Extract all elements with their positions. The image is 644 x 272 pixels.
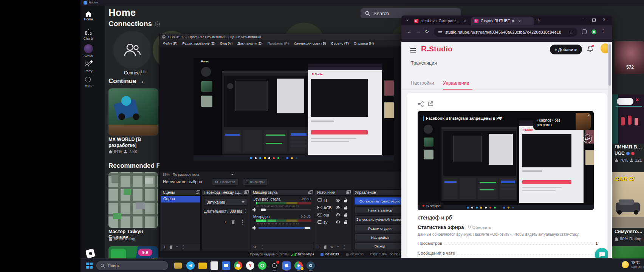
- virtual-camera-button[interactable]: Запуск виртуальной камеры: [355, 215, 405, 223]
- game-card-mx-thumbnail[interactable]: [108, 88, 158, 136]
- connect-button[interactable]: [113, 31, 151, 69]
- nav-charts-label[interactable]: Charts: [80, 37, 101, 40]
- mixer-ch2-volume-slider[interactable]: [259, 227, 311, 229]
- filters-button[interactable]: Фильтры: [243, 178, 267, 185]
- rstudio-logo[interactable]: R Studio: [421, 44, 452, 56]
- profile-photo-card[interactable]: 572: [615, 41, 644, 74]
- address-bar[interactable]: studio.rutube.ru/stream/a8345648a623cfba…: [434, 28, 577, 37]
- party-icon[interactable]: [85, 62, 91, 67]
- gear-icon[interactable]: ⚙: [330, 245, 334, 249]
- taskbar-icon-obs[interactable]: [270, 261, 279, 270]
- charts-icon[interactable]: [85, 29, 91, 35]
- bookmark-star-icon[interactable]: ☆: [569, 30, 573, 35]
- transition-select[interactable]: Затухание: [204, 199, 247, 206]
- taskbar-icon-folder[interactable]: [198, 263, 207, 269]
- window-close-icon[interactable]: ×: [603, 17, 605, 22]
- game-title[interactable]: MX WORLD [В разработке]: [108, 137, 156, 148]
- taskbar-icon-roblox[interactable]: [282, 261, 291, 270]
- taskbar-icon-calculator[interactable]: [211, 261, 218, 270]
- scrollbar-thumb[interactable]: [608, 44, 611, 86]
- dots-menu-icon[interactable]: ⋮: [260, 244, 264, 249]
- popout-icon[interactable]: [346, 192, 349, 194]
- eye-icon[interactable]: [336, 213, 340, 216]
- taskbar-icon-explorer[interactable]: [174, 263, 182, 269]
- settings-button[interactable]: Настройки: [355, 233, 405, 241]
- studio-mode-button[interactable]: Режим студии: [355, 224, 405, 232]
- gear-icon[interactable]: ⚙: [253, 245, 257, 249]
- game-card-partial[interactable]: [612, 246, 644, 258]
- forward-icon[interactable]: →: [416, 29, 421, 34]
- continue-heading[interactable]: Continue →: [108, 77, 144, 85]
- menu-edit[interactable]: Редактирование (E): [182, 41, 215, 45]
- menu-scene-collection[interactable]: Коллекция сцен (S): [294, 41, 326, 45]
- popout-icon[interactable]: [308, 192, 311, 194]
- dots-menu-icon[interactable]: ⋮: [181, 244, 185, 249]
- game-title[interactable]: ЛИНИЯ BRAIN: [615, 144, 644, 150]
- obs-titlebar[interactable]: OBS 31.0.3 - Профиль: Безымянный - Сцены…: [160, 34, 406, 40]
- add-icon[interactable]: +: [163, 244, 166, 250]
- dots-menu-icon[interactable]: ⋮: [342, 244, 346, 249]
- menu-file[interactable]: Файл (F): [163, 41, 177, 45]
- tab-settings[interactable]: Настройки: [411, 80, 434, 86]
- taskbar-search[interactable]: Поиск: [96, 261, 168, 270]
- eye-icon[interactable]: [336, 199, 340, 202]
- eye-icon[interactable]: [336, 220, 340, 224]
- ad-close-icon[interactable]: ×: [588, 113, 590, 117]
- nav-party-label[interactable]: Party: [80, 69, 101, 73]
- menu-profile[interactable]: Профиль (P): [268, 41, 289, 45]
- source-row[interactable]: ву: [315, 219, 351, 226]
- duration-stepper[interactable]: 300 ms: [228, 208, 244, 215]
- add-button[interactable]: + Добавить: [550, 45, 582, 54]
- taskbar-icon-chrome[interactable]: [294, 261, 303, 270]
- properties-button[interactable]: ⚙Свойства: [212, 178, 238, 185]
- info-icon[interactable]: i: [155, 22, 160, 26]
- notifications-bell-icon[interactable]: [587, 45, 593, 52]
- taskbar-icon-whatsapp[interactable]: [258, 261, 266, 270]
- window-minimize-icon[interactable]: −: [581, 16, 584, 22]
- ad-action-pill[interactable]: [617, 98, 633, 105]
- vpn-extension-icon[interactable]: [591, 29, 596, 34]
- taskbar-icon-telegram[interactable]: [186, 261, 195, 270]
- reload-icon[interactable]: ↻: [425, 29, 429, 34]
- popout-icon[interactable]: [244, 192, 247, 194]
- windows-start-icon[interactable]: [86, 263, 93, 269]
- share-icon[interactable]: [418, 101, 424, 107]
- hamburger-icon[interactable]: [410, 48, 416, 53]
- tab-studio-rutube-active[interactable]: S Студия RUTUBE ×: [471, 17, 534, 25]
- chevron-up-icon[interactable]: ^: [176, 245, 178, 249]
- lock-icon[interactable]: [344, 198, 348, 202]
- speaker-icon[interactable]: [252, 226, 257, 230]
- lock-icon[interactable]: [344, 220, 348, 224]
- source-row[interactable]: ACB: [315, 204, 351, 212]
- avatar-thumb[interactable]: [84, 44, 93, 53]
- ad-close-icon[interactable]: ×: [636, 97, 639, 103]
- new-tab-icon[interactable]: +: [537, 17, 540, 23]
- taskbar-icon-yandex[interactable]: Y: [246, 261, 254, 270]
- exit-button[interactable]: Выход: [355, 243, 405, 249]
- trash-icon[interactable]: [169, 245, 173, 249]
- open-external-icon[interactable]: [428, 101, 433, 107]
- source-row[interactable]: fd: [315, 197, 351, 204]
- speaker-icon[interactable]: [252, 208, 257, 212]
- game-title[interactable]: Симулятор ав: [615, 229, 644, 234]
- stop-streaming-button[interactable]: Остановить трансляцию: [355, 197, 405, 205]
- taskbar-weather[interactable]: 18°C Солнечно: [622, 261, 644, 269]
- source-row[interactable]: ош: [315, 212, 351, 219]
- dots-menu-icon[interactable]: ⋮: [240, 218, 246, 226]
- page-scrollbar[interactable]: [608, 42, 611, 258]
- tab-close-icon[interactable]: ×: [464, 19, 466, 23]
- nav-avatar-label[interactable]: Avatar: [80, 54, 101, 58]
- more-icon[interactable]: ⋯: [85, 77, 91, 82]
- back-icon[interactable]: ←: [407, 29, 412, 34]
- tab-management[interactable]: Управление: [443, 80, 469, 86]
- lock-icon[interactable]: [344, 206, 348, 210]
- home-icon[interactable]: [85, 11, 91, 17]
- menu-docks[interactable]: Док-панели (D): [237, 41, 262, 45]
- trash-icon[interactable]: [324, 245, 327, 249]
- menu-help[interactable]: Справка (H): [354, 41, 374, 45]
- add-icon[interactable]: +: [317, 244, 320, 250]
- start-recording-button[interactable]: Начать запись: [355, 206, 405, 214]
- menu-tools[interactable]: Сервис (T): [331, 41, 349, 45]
- ad-banner[interactable]: «Карпов» без рекламы ×: [533, 113, 591, 130]
- add-icon[interactable]: +: [224, 219, 227, 225]
